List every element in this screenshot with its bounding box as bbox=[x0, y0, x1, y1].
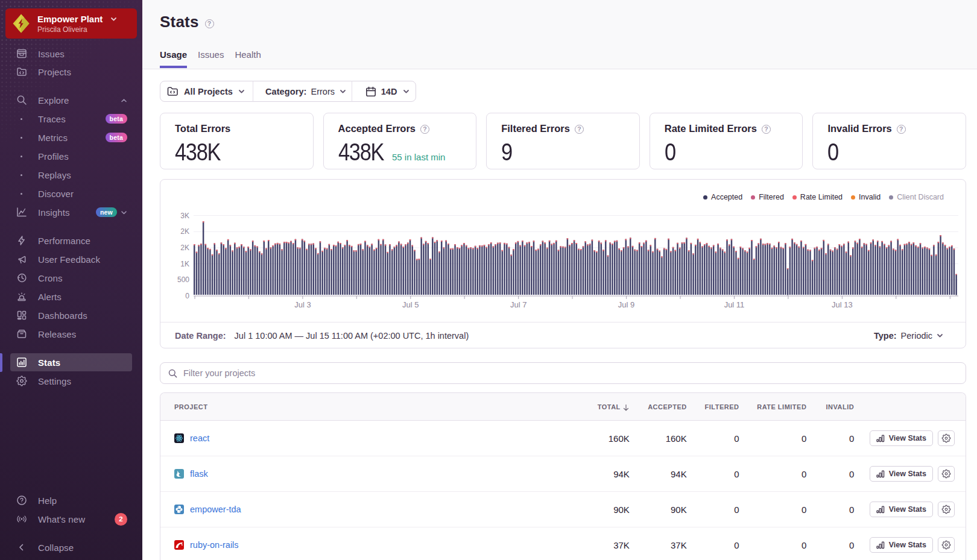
svg-text:Jul 9: Jul 9 bbox=[618, 300, 634, 309]
svg-text:Jul 13: Jul 13 bbox=[832, 300, 853, 309]
svg-text:1K: 1K bbox=[180, 260, 189, 268]
svg-text:Jul 11: Jul 11 bbox=[724, 300, 745, 309]
svg-text:2K: 2K bbox=[180, 227, 189, 236]
svg-text:Jul 3: Jul 3 bbox=[294, 300, 311, 309]
svg-text:500: 500 bbox=[177, 275, 189, 284]
svg-text:Jul 5: Jul 5 bbox=[402, 300, 419, 309]
svg-text:Jul 7: Jul 7 bbox=[510, 300, 526, 309]
svg-text:2K: 2K bbox=[180, 244, 189, 252]
svg-text:0: 0 bbox=[185, 292, 189, 300]
svg-text:3K: 3K bbox=[180, 212, 189, 220]
